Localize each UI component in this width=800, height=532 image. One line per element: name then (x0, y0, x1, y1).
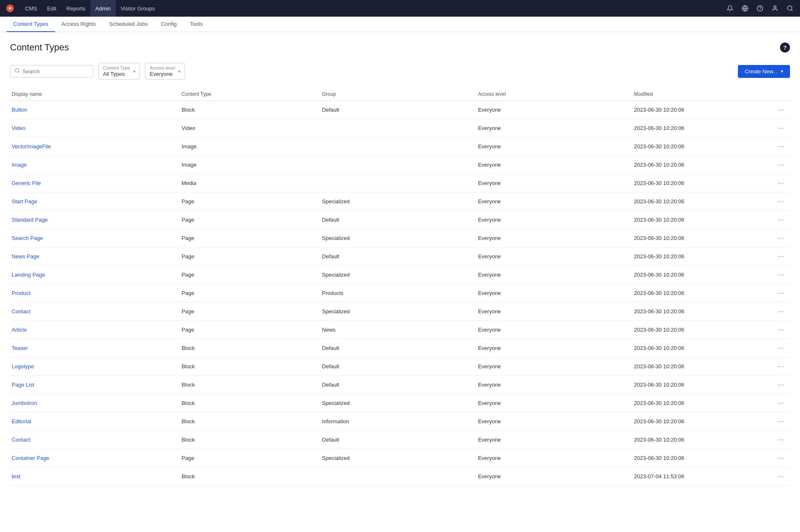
row-modified: 2023-06-30 10:20:06 (634, 357, 775, 376)
row-display-name[interactable]: Logotype (12, 363, 34, 370)
row-more-button[interactable]: ⋯ (775, 398, 787, 408)
row-more-button[interactable]: ⋯ (775, 233, 787, 243)
row-more-button[interactable]: ⋯ (775, 380, 787, 390)
toolbar: Content Type All Types ▾ Access level Ev… (10, 63, 790, 80)
row-display-name[interactable]: Start Page (12, 198, 37, 205)
row-more-button[interactable]: ⋯ (775, 417, 787, 426)
row-display-name[interactable]: VectorImageFile (12, 143, 51, 150)
globe-icon[interactable] (738, 2, 752, 15)
tab-access-rights[interactable]: Access Rights (55, 17, 102, 32)
search-icon (15, 68, 20, 75)
row-access-level: Everyone (478, 412, 634, 431)
row-more-button[interactable]: ⋯ (775, 325, 787, 335)
table-row: Page List Block Default Everyone 2023-06… (10, 376, 790, 394)
row-more-button[interactable]: ⋯ (775, 288, 787, 298)
row-display-name[interactable]: Teaser (12, 345, 28, 351)
row-group: Specialized (322, 449, 478, 467)
search-input[interactable] (22, 68, 89, 75)
row-modified: 2023-06-30 10:20:06 (634, 247, 775, 266)
svg-point-5 (774, 6, 776, 8)
svg-line-7 (791, 10, 792, 11)
row-access-level: Everyone (478, 211, 634, 229)
nav-item-edit[interactable]: Edit (42, 0, 61, 17)
col-header-content-type: Content Type (182, 88, 322, 101)
row-more-button[interactable]: ⋯ (775, 160, 787, 170)
row-content-type: Block (182, 101, 322, 119)
row-display-name[interactable]: Article (12, 327, 27, 333)
row-group: Information (322, 412, 478, 431)
row-display-name[interactable]: Jumbotron (12, 400, 37, 406)
row-display-name[interactable]: Page List (12, 382, 34, 388)
row-modified: 2023-06-30 10:20:06 (634, 394, 775, 412)
row-group: Products (322, 284, 478, 302)
table-row: Teaser Block Default Everyone 2023-06-30… (10, 339, 790, 357)
row-display-name[interactable]: Search Page (12, 235, 43, 241)
nav-item-visitor-groups[interactable]: Visitor Groups (116, 0, 160, 17)
row-more-button[interactable]: ⋯ (775, 197, 787, 206)
row-group: News (322, 321, 478, 339)
create-chevron-icon: ▾ (781, 69, 783, 74)
tab-config[interactable]: Config (154, 17, 183, 32)
search-nav-icon[interactable] (783, 2, 797, 15)
row-display-name[interactable]: Button (12, 107, 28, 113)
row-display-name[interactable]: Generic File (12, 180, 41, 186)
row-more-button[interactable]: ⋯ (775, 215, 787, 225)
svg-line-9 (18, 72, 19, 72)
user-icon[interactable] (768, 2, 782, 15)
access-level-filter-label: Access level (150, 66, 175, 70)
nav-item-cms[interactable]: CMS (20, 0, 42, 17)
content-type-filter[interactable]: Content Type All Types ▾ (98, 63, 140, 80)
row-modified: 2023-06-30 10:20:06 (634, 156, 775, 174)
row-more-button[interactable]: ⋯ (775, 105, 787, 115)
row-group: Specialized (322, 229, 478, 247)
row-more-button[interactable]: ⋯ (775, 270, 787, 280)
table-row: News Page Page Default Everyone 2023-06-… (10, 247, 790, 266)
create-new-button[interactable]: Create New... ▾ (738, 65, 790, 78)
row-display-name[interactable]: Landing Page (12, 272, 45, 278)
tab-content-types[interactable]: Content Types (7, 17, 55, 32)
nav-item-reports[interactable]: Reports (61, 0, 90, 17)
row-display-name[interactable]: Video (12, 125, 25, 131)
tab-tools[interactable]: Tools (183, 17, 209, 32)
row-content-type: Page (182, 211, 322, 229)
row-display-name[interactable]: test (12, 473, 20, 480)
row-display-name[interactable]: Editorial (12, 418, 31, 425)
row-more-button[interactable]: ⋯ (775, 362, 787, 371)
row-more-button[interactable]: ⋯ (775, 252, 787, 261)
table-row: Button Block Default Everyone 2023-06-30… (10, 101, 790, 119)
top-nav: CMS Edit Reports Admin Visitor Groups (0, 0, 800, 17)
search-box[interactable] (10, 65, 93, 77)
notification-icon[interactable] (723, 2, 737, 15)
help-icon[interactable] (753, 2, 767, 15)
row-more-button[interactable]: ⋯ (775, 453, 787, 463)
tab-scheduled-jobs[interactable]: Scheduled Jobs (102, 17, 155, 32)
row-content-type: Page (182, 284, 322, 302)
row-modified: 2023-07-04 11:53:06 (634, 467, 775, 486)
row-display-name[interactable]: Standard Page (12, 217, 48, 223)
row-display-name[interactable]: Contact (12, 437, 30, 443)
row-modified: 2023-06-30 10:20:06 (634, 137, 775, 156)
row-more-button[interactable]: ⋯ (775, 142, 787, 151)
row-access-level: Everyone (478, 467, 634, 486)
table-row: Contact Block Default Everyone 2023-06-3… (10, 431, 790, 449)
app-logo[interactable] (3, 2, 17, 15)
row-more-button[interactable]: ⋯ (775, 343, 787, 353)
row-display-name[interactable]: News Page (12, 253, 39, 260)
row-more-button[interactable]: ⋯ (775, 123, 787, 133)
row-display-name[interactable]: Product (12, 290, 30, 296)
row-access-level: Everyone (478, 174, 634, 192)
row-access-level: Everyone (478, 229, 634, 247)
page-header: Content Types ? (10, 42, 790, 53)
nav-item-admin[interactable]: Admin (90, 0, 116, 17)
row-display-name[interactable]: Image (12, 162, 27, 168)
row-group (322, 156, 478, 174)
row-display-name[interactable]: Container Page (12, 455, 49, 461)
row-more-button[interactable]: ⋯ (775, 178, 787, 188)
row-display-name[interactable]: Contact (12, 308, 30, 315)
access-level-filter[interactable]: Access level Everyone ▾ (145, 63, 185, 80)
row-modified: 2023-06-30 10:20:06 (634, 321, 775, 339)
row-more-button[interactable]: ⋯ (775, 435, 787, 445)
row-more-button[interactable]: ⋯ (775, 472, 787, 481)
row-more-button[interactable]: ⋯ (775, 307, 787, 316)
page-help-icon[interactable]: ? (780, 42, 790, 52)
